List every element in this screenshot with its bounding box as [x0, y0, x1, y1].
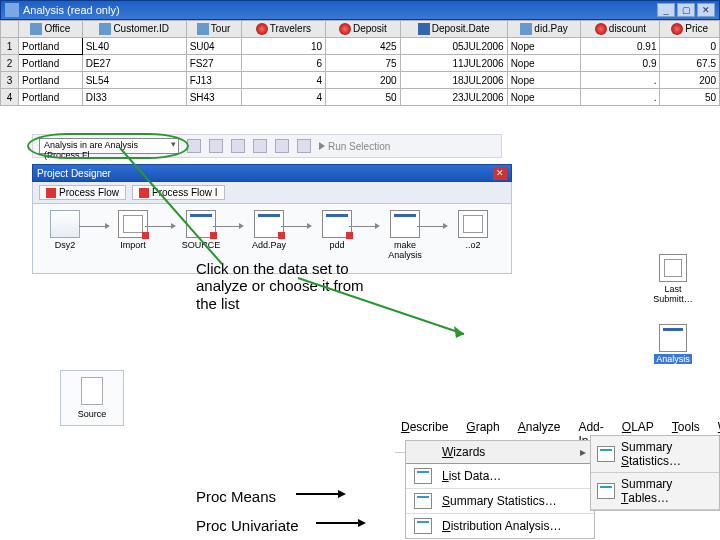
table-row[interactable]: 1 Portland SL40 SU04 10 425 05JUL2006 No… — [1, 38, 720, 55]
toolbar-icon[interactable] — [231, 139, 245, 153]
cell[interactable]: SL54 — [82, 72, 186, 89]
cell[interactable]: 50 — [660, 89, 720, 106]
flow-connector — [349, 226, 375, 227]
flow-connector — [145, 226, 171, 227]
cell[interactable]: SH43 — [186, 89, 241, 106]
flow-connector — [417, 226, 443, 227]
cell[interactable]: 4 — [241, 72, 326, 89]
flow-node[interactable]: Add.Pay — [247, 210, 291, 250]
table-row[interactable]: 3 Portland SL54 FJ13 4 200 18JUL2006 Nop… — [1, 72, 720, 89]
cell[interactable]: Nope — [507, 72, 581, 89]
flow-node-analysis[interactable]: Analysis — [646, 324, 700, 364]
analysis-dropdown[interactable]: Analysis in are Analysis (Process Fl… — [39, 138, 179, 154]
toolbar-icon[interactable] — [253, 139, 267, 153]
cell[interactable]: 6 — [241, 55, 326, 72]
cell[interactable]: DI33 — [82, 89, 186, 106]
describe-submenu: Wizards List Data… Summary Statistics… D… — [405, 440, 595, 539]
cell[interactable]: Portland — [19, 55, 83, 72]
toolbar-icon[interactable] — [297, 139, 311, 153]
menu-item-summary-tables-wiz[interactable]: Summary Tables… — [591, 473, 719, 510]
cell[interactable]: Portland — [19, 72, 83, 89]
cell[interactable]: 67.5 — [660, 55, 720, 72]
source-panel[interactable]: Source — [60, 370, 124, 426]
arrow-icon — [171, 223, 176, 229]
cell[interactable]: 75 — [326, 55, 401, 72]
flow-connector — [281, 226, 307, 227]
cell[interactable]: 50 — [326, 89, 401, 106]
designer-close-button[interactable]: ✕ — [493, 167, 507, 180]
cell[interactable]: . — [581, 89, 660, 106]
menu-item-summary-statistics-wiz[interactable]: Summary Statistics… — [591, 436, 719, 473]
minimize-button[interactable]: _ — [657, 3, 675, 17]
cell[interactable]: 425 — [326, 38, 401, 55]
cell[interactable]: 0 — [660, 38, 720, 55]
flow-node-last-submitted[interactable]: Last Submitt… — [646, 254, 700, 304]
cell[interactable]: 200 — [660, 72, 720, 89]
cell[interactable]: Nope — [507, 89, 581, 106]
node-icon — [659, 254, 687, 282]
flow-node[interactable]: make Analysis — [383, 210, 427, 260]
arrow-icon — [239, 223, 244, 229]
cell[interactable]: 05JUL2006 — [400, 38, 507, 55]
flow-icon — [46, 188, 56, 198]
cell[interactable]: FS27 — [186, 55, 241, 72]
flow-node[interactable]: ..o2 — [451, 210, 495, 250]
flow-node[interactable]: pdd — [315, 210, 359, 250]
close-button[interactable]: ✕ — [697, 3, 715, 17]
cell[interactable]: 0.91 — [581, 38, 660, 55]
col-travelers[interactable]: Travelers — [241, 21, 326, 38]
maximize-button[interactable]: ▢ — [677, 3, 695, 17]
cell[interactable]: 11JUL2006 — [400, 55, 507, 72]
col-customerid[interactable]: Customer.ID — [82, 21, 186, 38]
cell[interactable]: SL40 — [82, 38, 186, 55]
row-number[interactable]: 4 — [1, 89, 19, 106]
tab-process-flow-i[interactable]: Process Flow I — [132, 185, 225, 200]
table-row[interactable]: 4 Portland DI33 SH43 4 50 23JUL2006 Nope… — [1, 89, 720, 106]
row-number[interactable]: 2 — [1, 55, 19, 72]
cell[interactable]: 200 — [326, 72, 401, 89]
col-office[interactable]: Office — [19, 21, 83, 38]
row-number[interactable]: 1 — [1, 38, 19, 55]
node-icon — [659, 324, 687, 352]
toolbar-icon[interactable] — [209, 139, 223, 153]
table-row[interactable]: 2 Portland DE27 FS27 6 75 11JUL2006 Nope… — [1, 55, 720, 72]
cell[interactable]: 18JUL2006 — [400, 72, 507, 89]
cell[interactable]: 0.9 — [581, 55, 660, 72]
col-price[interactable]: Price — [660, 21, 720, 38]
cell[interactable]: Portland — [19, 38, 83, 55]
tab-process-flow[interactable]: Process Flow — [39, 185, 126, 200]
col-deposit[interactable]: Deposit — [326, 21, 401, 38]
flow-node[interactable]: Import — [111, 210, 155, 250]
cell[interactable]: Nope — [507, 55, 581, 72]
project-designer-titlebar: Project Designer ✕ — [32, 164, 512, 182]
col-didpay[interactable]: did.Pay — [507, 21, 581, 38]
col-depositdate[interactable]: Deposit.Date — [400, 21, 507, 38]
menu-item-wizards[interactable]: Wizards — [406, 441, 594, 464]
col-tour[interactable]: Tour — [186, 21, 241, 38]
data-grid[interactable]: Office Customer.ID Tour Travelers Deposi… — [0, 20, 720, 106]
cell[interactable]: 23JUL2006 — [400, 89, 507, 106]
menu-item-distribution-analysis[interactable]: Distribution Analysis… — [406, 514, 594, 538]
cell[interactable]: Nope — [507, 38, 581, 55]
col-discount[interactable]: discount — [581, 21, 660, 38]
app-icon — [5, 3, 19, 17]
toolbar-icon[interactable] — [187, 139, 201, 153]
secondary-toolbar: Analysis in are Analysis (Process Fl… Ru… — [32, 134, 502, 158]
cell[interactable]: Portland — [19, 89, 83, 106]
label-proc-univariate: Proc Univariate — [196, 517, 299, 534]
toolbar-icon[interactable] — [275, 139, 289, 153]
flow-node[interactable]: SOURCE — [179, 210, 223, 250]
row-number[interactable]: 3 — [1, 72, 19, 89]
cell[interactable]: 4 — [241, 89, 326, 106]
menu-item-list-data[interactable]: List Data… — [406, 464, 594, 489]
cell[interactable]: . — [581, 72, 660, 89]
run-selection-button[interactable]: Run Selection — [319, 141, 390, 152]
cell[interactable]: DE27 — [82, 55, 186, 72]
menu-item-summary-statistics[interactable]: Summary Statistics… — [406, 489, 594, 514]
flow-node[interactable]: Dsy2 — [43, 210, 87, 250]
play-icon — [319, 142, 325, 150]
cell[interactable]: FJ13 — [186, 72, 241, 89]
cell[interactable]: SU04 — [186, 38, 241, 55]
cell[interactable]: 10 — [241, 38, 326, 55]
column-type-icon — [671, 23, 683, 35]
